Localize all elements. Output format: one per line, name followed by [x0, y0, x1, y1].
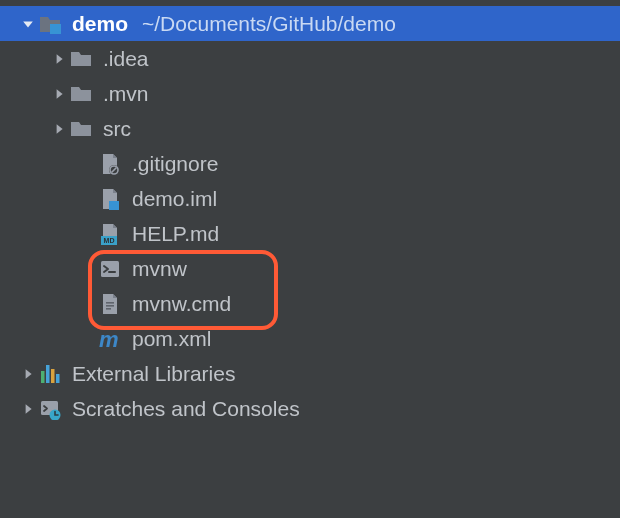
folder-icon: [69, 47, 93, 71]
tree-item-label: External Libraries: [72, 363, 235, 384]
tree-item-label: pom.xml: [132, 328, 211, 349]
tree-row-file[interactable]: m pom.xml: [0, 321, 620, 356]
tree-row-file[interactable]: mvnw: [0, 251, 620, 286]
tree-row-folder[interactable]: .idea: [0, 41, 620, 76]
root-name: demo: [72, 13, 128, 34]
chevron-right-icon[interactable]: [18, 399, 38, 419]
chevron-right-icon[interactable]: [49, 119, 69, 139]
tree-row-libraries[interactable]: External Libraries: [0, 356, 620, 391]
svg-rect-14: [46, 365, 50, 383]
tree-item-label: Scratches and Consoles: [72, 398, 300, 419]
svg-rect-0: [50, 24, 61, 34]
chevron-right-icon[interactable]: [49, 49, 69, 69]
folder-icon: [69, 82, 93, 106]
tree-row-scratches[interactable]: Scratches and Consoles: [0, 391, 620, 426]
tree-item-label: HELP.md: [132, 223, 219, 244]
tree-item-label: .mvn: [103, 83, 149, 104]
chevron-down-icon[interactable]: [18, 14, 38, 34]
tree-row-folder[interactable]: .mvn: [0, 76, 620, 111]
libraries-icon: [38, 362, 62, 386]
tree-row-file[interactable]: mvnw.cmd: [0, 286, 620, 321]
module-folder-icon: [38, 12, 62, 36]
tree-item-label: .gitignore: [132, 153, 218, 174]
scratches-icon: [38, 397, 62, 421]
tree-item-label: mvnw.cmd: [132, 293, 231, 314]
markdown-file-icon: MD: [98, 222, 122, 246]
tree-row-folder[interactable]: src: [0, 111, 620, 146]
tree-item-label: .idea: [103, 48, 149, 69]
tree-item-label: src: [103, 118, 131, 139]
folder-icon: [69, 117, 93, 141]
root-path: ~/Documents/GitHub/demo: [142, 12, 396, 36]
svg-rect-7: [101, 261, 119, 277]
svg-rect-10: [106, 305, 114, 307]
chevron-right-icon[interactable]: [49, 84, 69, 104]
shell-file-icon: [98, 257, 122, 281]
tree-row-file[interactable]: MD HELP.md: [0, 216, 620, 251]
maven-file-icon: m: [98, 327, 122, 351]
svg-rect-13: [41, 371, 45, 383]
svg-rect-16: [56, 374, 60, 383]
chevron-right-icon[interactable]: [18, 364, 38, 384]
ignored-file-icon: [98, 152, 122, 176]
tree-row-root[interactable]: demo ~/Documents/GitHub/demo: [0, 6, 620, 41]
svg-rect-9: [106, 302, 114, 304]
svg-rect-15: [51, 369, 55, 383]
text-file-icon: [98, 292, 122, 316]
tree-row-file[interactable]: demo.iml: [0, 181, 620, 216]
tree-item-label: mvnw: [132, 258, 187, 279]
project-tree: demo ~/Documents/GitHub/demo .idea .mvn …: [0, 0, 620, 426]
svg-rect-4: [109, 201, 119, 210]
svg-text:m: m: [99, 328, 119, 350]
tree-row-file[interactable]: .gitignore: [0, 146, 620, 181]
svg-rect-11: [106, 308, 111, 310]
iml-file-icon: [98, 187, 122, 211]
svg-text:MD: MD: [104, 237, 115, 244]
tree-item-label: demo.iml: [132, 188, 217, 209]
